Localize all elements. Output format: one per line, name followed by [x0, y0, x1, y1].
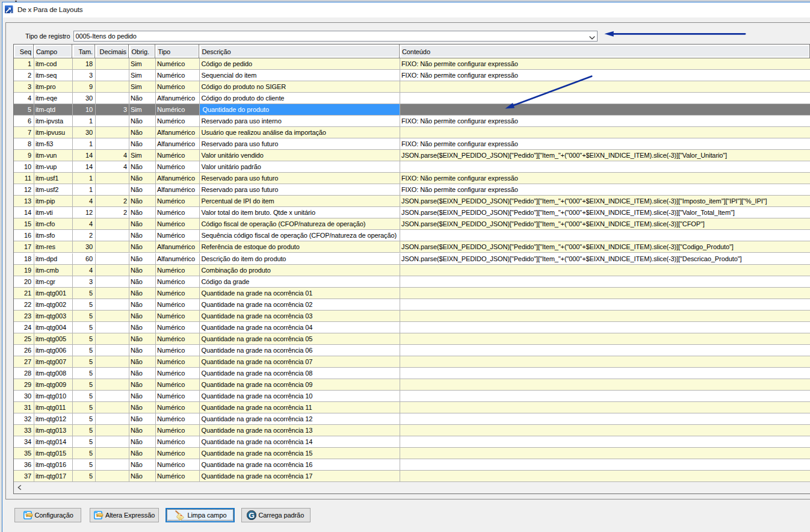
svg-text:G: G [249, 512, 255, 520]
